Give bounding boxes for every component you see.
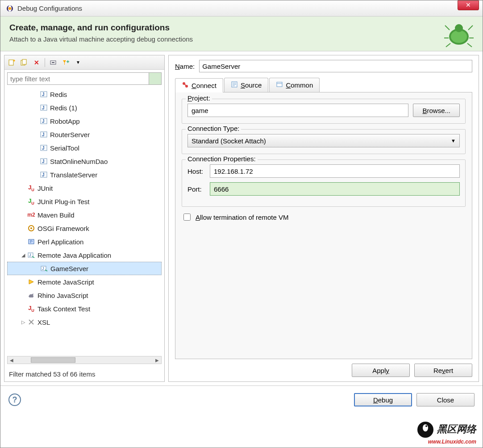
tree-item[interactable]: PPerl Application (7, 235, 162, 248)
toolbar-separator (45, 58, 45, 67)
svg-rect-47 (277, 82, 282, 87)
svg-point-51 (425, 425, 427, 427)
perl-icon: P (27, 238, 36, 245)
delete-config-icon[interactable]: ✕ (31, 57, 42, 68)
tab-common[interactable]: Common (269, 78, 320, 92)
config-toolbar: ✦ ✕ ▼ (4, 55, 164, 70)
java-config-icon: J (39, 117, 48, 125)
tree-item[interactable]: JUJUnit (7, 181, 162, 195)
svg-text:J: J (42, 119, 45, 124)
junit-plugin-icon: JU (27, 197, 36, 205)
tree-item-label: StatOnlineNumDao (50, 158, 108, 165)
java-config-icon: J (39, 131, 48, 138)
java-config-icon: J (39, 91, 48, 98)
duplicate-config-icon[interactable] (19, 57, 29, 68)
tree-item-label: Perl Application (37, 238, 83, 246)
tree-item[interactable]: JStatOnlineNumDao (7, 155, 162, 168)
tree-item[interactable]: OSGi Framework (7, 222, 162, 235)
maven-icon: m2 (27, 212, 36, 218)
tree-item-label: JUnit Plug-in Test (37, 198, 89, 205)
svg-line-11 (467, 43, 472, 47)
collapse-all-icon[interactable] (48, 57, 58, 68)
allow-termination-label: Allow termination of remote VM (196, 214, 288, 221)
tree-item[interactable]: JRobotApp (7, 114, 162, 128)
tree-expand-icon[interactable]: ◢ (20, 252, 27, 258)
allow-termination-row: Allow termination of remote VM (182, 212, 466, 222)
tree-item[interactable]: JSerialTool (7, 141, 162, 155)
tree-item[interactable]: m2Maven Build (7, 208, 162, 222)
common-tab-icon (276, 81, 283, 89)
tree-item-label: GameServer (50, 265, 88, 272)
allow-termination-checkbox[interactable] (183, 214, 191, 221)
tree-expand-icon[interactable]: ▷ (20, 319, 27, 325)
host-input[interactable] (210, 164, 460, 178)
svg-point-33 (30, 227, 32, 229)
svg-text:J: J (42, 146, 45, 151)
horizontal-scrollbar[interactable]: ◀ ▶ (7, 356, 162, 364)
java-config-icon: J (39, 158, 48, 165)
connection-type-value: Standard (Socket Attach) (192, 137, 266, 145)
apply-button[interactable]: Apply (352, 364, 410, 377)
watermark: 黑区网络 www.Linuxidc.com (416, 421, 476, 445)
port-input[interactable] (210, 182, 460, 196)
debug-button[interactable]: Debug (354, 393, 412, 406)
scroll-left-arrow-icon[interactable]: ◀ (8, 358, 16, 363)
dropdown-arrow-icon[interactable]: ▼ (73, 57, 83, 68)
tree-item[interactable]: JUJUnit Plug-in Test (7, 195, 162, 208)
revert-button[interactable]: Revert (414, 364, 472, 377)
java-config-icon: J (39, 144, 48, 151)
project-group-title: Project: (186, 94, 212, 102)
tab-source[interactable]: Source (224, 78, 269, 92)
remote-java-icon: J (40, 265, 49, 272)
connection-type-select[interactable]: Standard (Socket Attach) ▼ (187, 134, 460, 147)
name-input[interactable] (199, 60, 472, 72)
filter-input[interactable] (7, 72, 149, 85)
filter-clear-button[interactable] (149, 72, 162, 85)
tree-item[interactable]: JRouterServer (7, 128, 162, 141)
close-button[interactable]: Close (416, 393, 475, 406)
svg-line-7 (468, 25, 473, 30)
tree-item-label: SerialTool (50, 144, 79, 152)
svg-point-4 (451, 30, 467, 43)
window-close-button[interactable]: ✕ (458, 0, 479, 10)
project-input[interactable] (187, 104, 408, 117)
tree-item-label: Redis (50, 91, 67, 98)
connection-properties-group: Connection Properties: Host: Port: (182, 159, 466, 207)
source-tab-icon (231, 81, 238, 89)
rhino-icon (27, 292, 36, 299)
tab-label: Source (241, 81, 262, 89)
tree-item-label: Maven Build (37, 211, 75, 219)
svg-text:J: J (42, 105, 45, 110)
new-config-icon[interactable]: ✦ (6, 57, 17, 68)
header-subtitle: Attach to a Java virtual machine accepti… (9, 35, 474, 43)
tree-item[interactable]: JTranslateServer (7, 168, 162, 181)
tree-item-label: Task Context Test (37, 305, 90, 313)
svg-text:✦: ✦ (12, 59, 15, 63)
tree-item[interactable]: ▷XSL (7, 315, 162, 329)
java-config-icon: J (39, 104, 48, 111)
config-tree[interactable]: JRedisJRedis (1)JRobotAppJRouterServerJS… (7, 88, 162, 356)
tree-item[interactable]: Rhino JavaScript (7, 289, 162, 302)
browse-button[interactable]: Browse... (413, 104, 460, 117)
configurations-panel: ✦ ✕ ▼ JRedisJRedis (1)JRobotAppJRouterSe… (4, 55, 165, 382)
tree-item[interactable]: ◢JRemote Java Application (7, 248, 162, 262)
apply-revert-row: Apply Revert (175, 359, 472, 377)
tab-connect[interactable]: Connect (175, 78, 223, 92)
filter-icon[interactable] (60, 57, 71, 68)
connect-tab-body: Project: Browse... Connection Type: Stan… (175, 92, 472, 359)
help-icon[interactable]: ? (8, 394, 21, 406)
svg-point-49 (417, 422, 433, 438)
svg-line-42 (184, 84, 186, 86)
svg-text:J: J (42, 266, 44, 271)
scroll-thumb[interactable] (31, 357, 75, 363)
tree-item[interactable]: Remote JavaScript (7, 275, 162, 289)
scroll-right-arrow-icon[interactable]: ▶ (153, 358, 161, 363)
tree-item[interactable]: JRedis (1) (7, 101, 162, 114)
tree-item[interactable]: JUTask Context Test (7, 302, 162, 315)
chevron-down-icon: ▼ (451, 138, 456, 143)
tree-item-label: Remote Java Application (37, 251, 111, 259)
config-tabs: ConnectSourceCommon (175, 78, 472, 92)
tree-item[interactable]: JGameServer (7, 262, 162, 275)
remote-js-icon (27, 278, 36, 285)
tree-item[interactable]: JRedis (7, 88, 162, 101)
